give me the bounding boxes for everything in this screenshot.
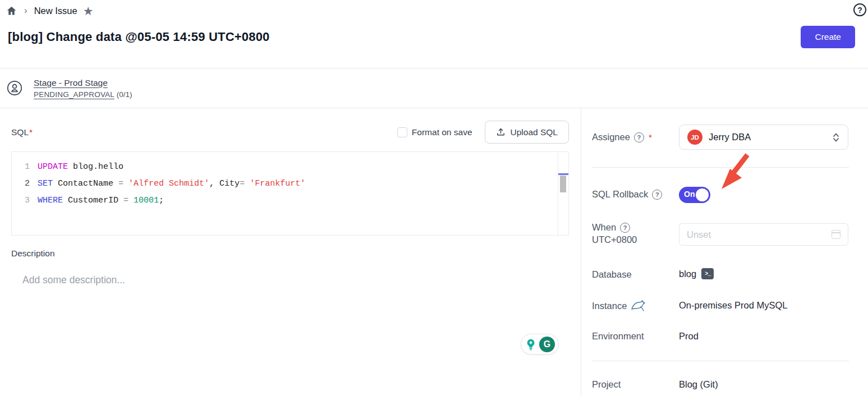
sql-label: SQL* <box>11 127 33 137</box>
breadcrumb: › New Issue ★ <box>6 2 94 19</box>
database-value: blog <box>679 269 696 279</box>
assignee-value: Jerry DBA <box>709 132 751 142</box>
sql-rollback-toggle[interactable]: On <box>679 187 710 203</box>
stage-status-link[interactable]: PENDING_APPROVAL <box>34 90 114 99</box>
database-label: Database <box>592 269 632 280</box>
sql-rollback-help-icon[interactable]: ? <box>652 190 662 200</box>
sql-editor[interactable]: 123 UPDATE blog.helloSET ContactName = '… <box>11 151 569 236</box>
assignee-person-icon <box>7 80 22 96</box>
assignee-help-icon[interactable]: ? <box>634 132 644 142</box>
environment-label: Environment <box>592 331 644 342</box>
editor-decoration-marker <box>558 173 568 175</box>
divider <box>592 361 849 361</box>
home-icon[interactable] <box>6 5 17 17</box>
editor-code[interactable]: UPDATE blog.helloSET ContactName = 'Alfr… <box>38 159 558 235</box>
calendar-icon <box>832 230 841 239</box>
required-asterisk: * <box>29 127 33 137</box>
upload-icon <box>496 127 506 137</box>
breadcrumb-page-label[interactable]: New Issue <box>34 6 77 16</box>
mysql-dolphin-icon <box>631 300 645 311</box>
create-button[interactable]: Create <box>801 26 855 48</box>
line-number: 1 <box>12 159 30 176</box>
divider <box>592 167 849 168</box>
code-line[interactable]: WHERE CustomerID = 10001; <box>38 192 558 209</box>
description-label: Description <box>11 248 55 259</box>
instance-value: On-premises Prod MySQL <box>679 300 787 311</box>
issue-sidebar: Assignee ? * JD Jerry DBA SQL Rollback ?… <box>581 108 868 396</box>
when-timezone: UTC+0800 <box>592 234 637 245</box>
assignee-select[interactable]: JD Jerry DBA <box>679 125 848 150</box>
select-caret-icon <box>832 132 840 142</box>
code-line[interactable]: UPDATE blog.hello <box>38 159 558 176</box>
upload-sql-button[interactable]: Upload SQL <box>485 121 569 144</box>
when-label: When ? <box>592 222 637 233</box>
grammarly-icon[interactable]: G <box>539 337 555 352</box>
stage-progress: (0/1) <box>117 90 132 99</box>
line-number: 3 <box>12 192 30 209</box>
sql-console-icon[interactable]: >_ <box>701 268 714 279</box>
chevron-right-icon: › <box>24 5 27 16</box>
when-help-icon[interactable]: ? <box>620 223 630 233</box>
editor-scrollbar[interactable] <box>558 152 568 235</box>
format-on-save-checkbox[interactable] <box>397 127 407 137</box>
grammarly-widget[interactable]: G <box>521 334 559 354</box>
assignee-avatar: JD <box>687 130 702 145</box>
environment-value: Prod <box>679 331 699 342</box>
star-icon[interactable]: ★ <box>83 5 94 17</box>
help-icon[interactable]: ? <box>853 3 866 16</box>
project-label: Project <box>592 379 621 390</box>
stage-bar: Stage - Prod Stage PENDING_APPROVAL (0/1… <box>0 68 868 108</box>
page-title: [blog] Change data @05-05 14:59 UTC+0800 <box>8 30 270 44</box>
toggle-knob <box>696 188 709 201</box>
toggle-state-label: On <box>684 190 695 199</box>
format-on-save-option[interactable]: Format on save <box>397 127 472 137</box>
stage-link[interactable]: Stage - Prod Stage <box>34 78 132 88</box>
suggestion-bulb-icon[interactable] <box>525 338 537 351</box>
editor-scrollbar-thumb[interactable] <box>560 176 566 192</box>
sql-rollback-label: SQL Rollback ? <box>592 189 662 200</box>
annotation-arrow <box>714 153 754 194</box>
assignee-label: Assignee ? * <box>592 132 652 142</box>
description-textarea[interactable]: Add some description... <box>22 274 125 286</box>
editor-line-numbers: 123 <box>12 159 38 235</box>
format-on-save-label: Format on save <box>412 127 472 137</box>
code-line[interactable]: SET ContactName = 'Alfred Schmidt', City… <box>38 176 558 192</box>
project-value: Blog (Git) <box>679 379 718 390</box>
when-datepicker[interactable]: Unset <box>679 223 848 246</box>
instance-label: Instance <box>592 300 645 311</box>
line-number: 2 <box>12 176 30 192</box>
when-placeholder: Unset <box>687 229 711 240</box>
required-asterisk: * <box>649 132 652 142</box>
main-content: SQL* Format on save Upload SQL 123 UPDAT… <box>0 108 581 396</box>
